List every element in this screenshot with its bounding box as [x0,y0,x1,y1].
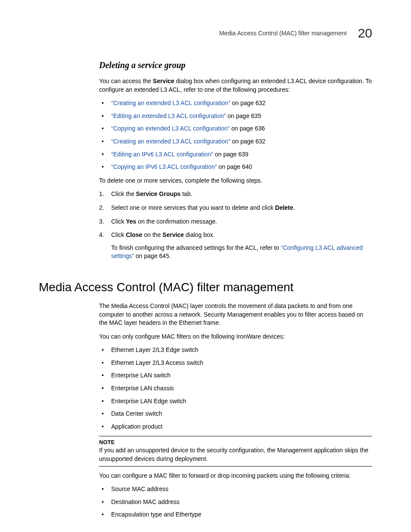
steps-list: Click the Service Groups tab. Select one… [99,190,372,261]
list-item: “Editing an IPv6 L3 ACL configuration” o… [99,150,372,159]
step-4: Click Close on the Service dialog box. T… [99,231,372,261]
xref-link[interactable]: “Editing an IPv6 L3 ACL configuration” [111,151,213,158]
mac-para-1: The Media Access Control (MAC) layer con… [99,302,372,327]
list-item: Application product [99,423,372,431]
steps-lead: To delete one or more services, complete… [99,177,372,185]
section-deleting-service-group: Deleting a service group You can access … [99,60,372,261]
note-rule-bottom [99,466,372,467]
bold-close: Close [126,231,142,238]
step-3: Click Yes on the confirmation message. [99,218,372,226]
text: Click the [111,190,136,197]
bold-service: Service [162,231,184,238]
xref-link[interactable]: “Creating an extended L3 ACL configurati… [111,138,230,145]
list-item: “Copying an IPv6 L3 ACL configuration” o… [99,163,372,171]
note-block: NOTE If you add an unsupported device to… [99,436,372,466]
page-ref: on page 639 [213,151,249,158]
bold-service: Service [153,78,174,84]
list-item: Enterprise LAN switch [99,371,372,380]
list-item: “Creating an extended L3 ACL configurati… [99,137,372,146]
text: You can access the [99,78,153,84]
text: Select one or more services that you wan… [111,204,275,211]
bold-service-groups: Service Groups [136,190,181,197]
section-mac-filter-management: The Media Access Control (MAC) layer con… [99,302,372,519]
mac-para-2: You can only configure MAC filters on th… [99,333,372,341]
text: on the confirmation message. [136,218,217,225]
list-item: “Creating an extended L3 ACL configurati… [99,99,372,108]
text: To finish configuring the advanced setti… [111,244,281,251]
text: on page 645. [134,252,171,259]
devices-list: Ethernet Layer 2/L3 Edge switch Ethernet… [99,346,372,431]
mac-para-3: You can configure a MAC filter to forwar… [99,472,372,480]
list-item: Source MAC address [99,485,372,494]
text: dialog box. [184,231,215,238]
heading-mac-filter-management: Media Access Control (MAC) filter manage… [39,280,372,294]
list-item: “Copying an extended L3 ACL configuratio… [99,124,372,133]
text: Click [111,231,126,238]
step-1: Click the Service Groups tab. [99,190,372,199]
list-item: Enterprise LAN chassis [99,384,372,393]
page-ref: on page 632 [230,100,266,106]
chapter-number: 20 [358,26,372,40]
page-ref: on page 640 [217,163,252,170]
heading-deleting-service-group: Deleting a service group [99,60,372,70]
list-item: “Editing an extended L3 ACL configuratio… [99,112,372,121]
text: . [293,204,295,211]
xref-link[interactable]: “Copying an IPv6 L3 ACL configuration” [111,163,217,170]
bold-yes: Yes [126,218,136,225]
page-ref: on page 632 [230,138,266,145]
intro-paragraph: You can access the Service dialog box wh… [99,77,372,94]
page: Media Access Control (MAC) filter manage… [0,0,411,532]
xref-link[interactable]: “Editing an extended L3 ACL configuratio… [111,112,226,119]
xref-link[interactable]: “Creating an extended L3 ACL configurati… [111,100,230,106]
list-item: Enterprise LAN Edge switch [99,397,372,406]
list-item: Ethernet Layer 2/L3 Edge switch [99,346,372,355]
xref-link[interactable]: “Copying an extended L3 ACL configuratio… [111,125,230,132]
bold-delete: Delete [275,204,293,211]
step-4-substep: To finish configuring the advanced setti… [111,244,372,261]
page-ref: on page 635 [226,112,261,119]
xref-list: “Creating an extended L3 ACL configurati… [99,99,372,171]
criteria-list: Source MAC address Destination MAC addre… [99,485,372,519]
step-2: Select one or more services that you wan… [99,204,372,212]
list-item: Ethernet Layer 2/L3 Access switch [99,359,372,367]
page-ref: on page 636 [230,125,265,132]
note-rule-top [99,436,372,436]
text: on the [142,231,162,238]
running-title: Media Access Control (MAC) filter manage… [219,30,347,37]
list-item: Destination MAC address [99,498,372,507]
list-item: Data Center switch [99,410,372,418]
list-item: Encapsulation type and Ethertype [99,510,372,519]
note-label: NOTE [99,439,372,445]
text: tab. [181,190,192,197]
running-header: Media Access Control (MAC) filter manage… [39,26,372,40]
note-text: If you add an unsupported device to the … [99,446,372,463]
text: Click [111,218,126,225]
